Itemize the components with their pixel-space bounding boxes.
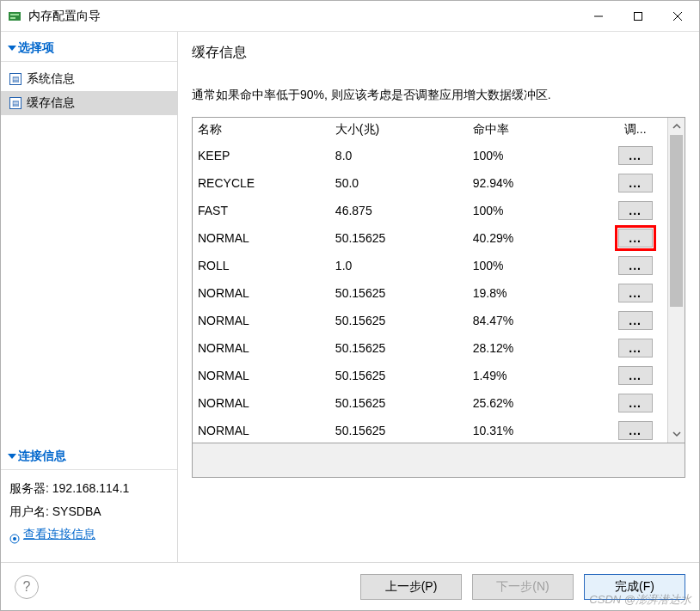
cell-hit: 100% <box>468 252 604 279</box>
cell-hit: 19.8% <box>468 279 604 307</box>
connection-body: 服务器: 192.168.114.1 用户名: SYSDBA 查看连接信息 <box>1 470 177 552</box>
view-connection-link[interactable]: 查看连接信息 <box>9 522 95 546</box>
cell-size: 1.0 <box>330 252 468 279</box>
table-row[interactable]: NORMAL50.156251.49%... <box>193 362 667 389</box>
table-row[interactable]: NORMAL50.1562584.47%... <box>193 307 667 334</box>
user-label: 用户名: <box>9 504 49 518</box>
table-row[interactable]: NORMAL50.1562528.12%... <box>193 334 667 362</box>
next-button: 下一步(N) <box>472 574 574 600</box>
cell-adjust: ... <box>603 197 667 224</box>
cell-adjust: ... <box>603 389 667 417</box>
cell-adjust: ... <box>603 252 667 279</box>
adjust-button[interactable]: ... <box>618 256 653 275</box>
table-row[interactable]: FAST46.875100%... <box>193 197 667 224</box>
cell-hit: 92.94% <box>468 169 604 197</box>
cell-hit: 25.62% <box>468 389 604 417</box>
scroll-down-button[interactable] <box>668 425 685 443</box>
cell-adjust: ... <box>603 362 667 389</box>
help-button[interactable]: ? <box>15 575 39 599</box>
sidebar-item-cache-info[interactable]: ▤ 缓存信息 <box>1 91 177 115</box>
sidebar-item-label: 缓存信息 <box>27 95 75 111</box>
adjust-button[interactable]: ... <box>618 394 653 412</box>
col-adjust-header[interactable]: 调... <box>603 118 667 142</box>
connection-header-label: 连接信息 <box>18 449 66 464</box>
cache-table: 名称 大小(兆) 命中率 调... KEEP8.0100%...RECYCLE5… <box>193 118 667 443</box>
adjust-button[interactable]: ... <box>618 146 653 165</box>
cell-hit: 100% <box>468 142 604 169</box>
cell-adjust: ... <box>603 224 667 252</box>
adjust-button[interactable]: ... <box>618 366 653 385</box>
cell-hit: 28.12% <box>468 334 604 362</box>
cell-name: NORMAL <box>193 362 330 389</box>
cell-adjust: ... <box>603 417 667 443</box>
server-value: 192.168.114.1 <box>52 481 130 495</box>
list-icon: ▤ <box>9 73 21 85</box>
table-row[interactable]: ROLL1.0100%... <box>193 252 667 279</box>
table-row[interactable]: RECYCLE50.092.94%... <box>193 169 667 197</box>
close-button[interactable] <box>658 3 697 30</box>
cell-hit: 1.49% <box>468 362 604 389</box>
col-name-header[interactable]: 名称 <box>193 118 330 142</box>
adjust-button[interactable]: ... <box>618 229 653 247</box>
cell-name: NORMAL <box>193 389 330 417</box>
svg-rect-2 <box>10 17 15 19</box>
content-area: 选择项 ▤ 系统信息 ▤ 缓存信息 连接信息 服务器: 192.168.114.… <box>1 32 699 562</box>
window-title: 内存配置向导 <box>28 9 101 24</box>
adjust-button[interactable]: ... <box>618 421 653 440</box>
connection-section: 连接信息 服务器: 192.168.114.1 用户名: SYSDBA 查 <box>1 440 177 562</box>
svg-point-8 <box>13 537 16 541</box>
table-scroll: 名称 大小(兆) 命中率 调... KEEP8.0100%...RECYCLE5… <box>193 118 667 443</box>
scroll-up-button[interactable] <box>668 118 685 135</box>
cell-hit: 10.31% <box>468 417 604 443</box>
finish-button[interactable]: 完成(F) <box>584 574 685 600</box>
maximize-button[interactable] <box>618 3 658 30</box>
description-text: 通常如果命中率低于90%, 则应该考虑是否调整应用增大数据缓冲区. <box>192 88 685 103</box>
scrollbar-thumb[interactable] <box>670 135 683 307</box>
cell-size: 50.15625 <box>330 279 468 307</box>
cell-hit: 100% <box>468 197 604 224</box>
adjust-button[interactable]: ... <box>618 311 653 330</box>
table-row[interactable]: NORMAL50.1562519.8%... <box>193 279 667 307</box>
list-icon: ▤ <box>9 97 21 109</box>
prev-button[interactable]: 上一步(P) <box>360 574 462 600</box>
server-label: 服务器: <box>9 481 49 495</box>
cell-name: FAST <box>193 197 330 224</box>
table-header-row: 名称 大小(兆) 命中率 调... <box>193 118 667 142</box>
adjust-button[interactable]: ... <box>618 174 653 192</box>
cell-name: NORMAL <box>193 417 330 443</box>
table-row[interactable]: NORMAL50.1562525.62%... <box>193 389 667 417</box>
connection-section-header[interactable]: 连接信息 <box>1 440 177 470</box>
select-header-label: 选择项 <box>18 40 54 56</box>
table-row[interactable]: KEEP8.0100%... <box>193 142 667 169</box>
cell-name: NORMAL <box>193 307 330 334</box>
cell-adjust: ... <box>603 334 667 362</box>
main-panel: 缓存信息 通常如果命中率低于90%, 则应该考虑是否调整应用增大数据缓冲区. 名… <box>178 32 699 562</box>
link-icon <box>9 529 20 539</box>
page-title: 缓存信息 <box>192 44 685 62</box>
user-value: SYSDBA <box>52 504 101 518</box>
sidebar: 选择项 ▤ 系统信息 ▤ 缓存信息 连接信息 服务器: 192.168.114.… <box>1 32 178 562</box>
cell-name: NORMAL <box>193 334 330 362</box>
adjust-button[interactable]: ... <box>618 201 653 220</box>
cell-name: KEEP <box>193 142 330 169</box>
cell-name: NORMAL <box>193 279 330 307</box>
adjust-button[interactable]: ... <box>618 284 653 302</box>
nav-list: ▤ 系统信息 ▤ 缓存信息 <box>1 62 177 120</box>
table-row[interactable]: NORMAL50.1562510.31%... <box>193 417 667 443</box>
select-section-header[interactable]: 选择项 <box>1 32 177 62</box>
minimize-button[interactable] <box>579 3 618 30</box>
cell-size: 50.15625 <box>330 334 468 362</box>
sidebar-item-system-info[interactable]: ▤ 系统信息 <box>1 67 177 91</box>
table-row[interactable]: NORMAL50.1562540.29%... <box>193 224 667 252</box>
cell-size: 50.0 <box>330 169 468 197</box>
adjust-button[interactable]: ... <box>618 339 653 357</box>
cell-size: 50.15625 <box>330 389 468 417</box>
cell-size: 8.0 <box>330 142 468 169</box>
cell-adjust: ... <box>603 279 667 307</box>
titlebar: 内存配置向导 <box>1 1 699 32</box>
col-hit-header[interactable]: 命中率 <box>468 118 604 142</box>
cell-hit: 40.29% <box>468 224 604 252</box>
footer: ? 上一步(P) 下一步(N) 完成(F) <box>1 562 699 610</box>
col-size-header[interactable]: 大小(兆) <box>330 118 468 142</box>
vertical-scrollbar[interactable] <box>667 118 685 443</box>
